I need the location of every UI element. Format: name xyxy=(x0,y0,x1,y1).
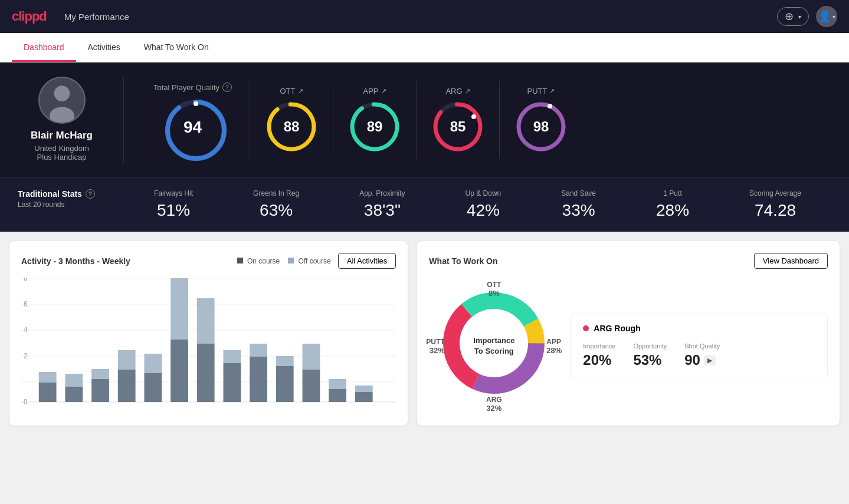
nav-actions: ⊕ ▾ 👤 ▾ xyxy=(777,6,837,27)
player-info: Blair McHarg United Kingdom Plus Handica… xyxy=(18,77,124,163)
svg-text:0: 0 xyxy=(24,398,28,406)
ott-gauge: 88 xyxy=(265,100,318,153)
chart-legend: On course Off course xyxy=(237,257,331,265)
shot-quality-label: Shot Quality xyxy=(684,342,720,350)
svg-rect-52 xyxy=(355,386,373,392)
shot-quality-badge: ▶ xyxy=(704,355,716,365)
stat-up-and-down-label: Up & Down xyxy=(466,189,501,197)
total-quality-metric: Total Player Quality ? 94 xyxy=(136,77,250,163)
svg-rect-41 xyxy=(223,363,241,402)
svg-rect-35 xyxy=(144,373,162,402)
arg-legend-label: ARG xyxy=(486,396,502,404)
plus-icon: ⊕ xyxy=(785,10,794,23)
workon-metrics-row: Importance 20% Opportunity 53% Shot Qual… xyxy=(583,342,815,368)
svg-text:6: 6 xyxy=(24,300,28,308)
avatar-chevron: ▾ xyxy=(832,14,835,20)
app-metric: APP↗ 89 xyxy=(333,81,417,159)
stats-help-icon[interactable]: ? xyxy=(86,189,95,199)
stat-1-putt: 1 Putt 28% xyxy=(656,189,689,220)
importance-metric: Importance 20% xyxy=(583,342,615,368)
tabs-bar: Dashboard Activities What To Work On xyxy=(0,33,849,62)
stats-label: Traditional Stats ? xyxy=(18,189,112,199)
ott-legend-pct: 8% xyxy=(487,289,501,298)
stat-sand-save-value: 33% xyxy=(562,201,595,220)
svg-rect-50 xyxy=(329,379,346,389)
svg-rect-42 xyxy=(223,350,241,363)
player-country: United Kingdom xyxy=(34,144,89,153)
arg-gauge: 85 xyxy=(431,100,484,153)
nav-title: My Performance xyxy=(64,12,777,22)
svg-rect-34 xyxy=(118,350,136,370)
svg-text:21 Mar: 21 Mar xyxy=(35,407,55,408)
svg-point-15 xyxy=(548,104,552,108)
importance-label: Importance xyxy=(583,342,615,350)
svg-rect-37 xyxy=(171,340,188,402)
stat-1-putt-label: 1 Putt xyxy=(663,189,681,197)
stat-sand-save: Sand Save 33% xyxy=(561,189,596,220)
putt-legend-label: PUTT xyxy=(426,338,444,346)
svg-rect-43 xyxy=(250,357,267,402)
stat-greens-in-reg-value: 63% xyxy=(260,201,293,220)
putt-label: PUTT↗ xyxy=(527,87,555,95)
workon-detail-title: ARG Rough xyxy=(583,324,815,333)
svg-text:9 May: 9 May xyxy=(179,407,197,408)
stat-app-proximity-value: 38'3" xyxy=(364,201,401,220)
svg-text:4: 4 xyxy=(24,326,28,334)
legend-on-course: On course xyxy=(237,257,280,265)
tab-dashboard[interactable]: Dashboard xyxy=(12,33,76,62)
arg-metric: ARG↗ 85 xyxy=(417,81,500,159)
help-icon[interactable]: ? xyxy=(222,83,232,92)
activity-card-header: Activity - 3 Months - Weekly On course O… xyxy=(21,253,396,269)
ott-label: OTT↗ xyxy=(280,87,303,95)
app-value: 89 xyxy=(367,118,383,135)
bottom-section: Activity - 3 Months - Weekly On course O… xyxy=(0,232,849,435)
app-label: APP↗ xyxy=(363,87,386,95)
stat-scoring-average-label: Scoring Average xyxy=(749,189,801,197)
putt-gauge: 98 xyxy=(514,100,568,153)
app-gauge: 89 xyxy=(348,100,401,153)
arg-value: 85 xyxy=(450,118,466,135)
svg-text:8: 8 xyxy=(24,278,28,282)
svg-rect-51 xyxy=(355,392,373,402)
svg-point-12 xyxy=(471,114,476,119)
shot-quality-metric: Shot Quality 90 ▶ xyxy=(684,342,720,368)
metrics-area: Total Player Quality ? 94 OTT↗ xyxy=(124,77,831,163)
tab-what-to-work-on[interactable]: What To Work On xyxy=(132,33,221,62)
ott-legend-label: OTT xyxy=(487,281,501,289)
total-quality-gauge: 94 xyxy=(163,98,222,157)
player-avatar xyxy=(38,77,86,124)
workon-card-header: What To Work On View Dashboard xyxy=(429,253,828,269)
stats-items: Fairways Hit 51% Greens In Reg 63% App. … xyxy=(124,189,831,220)
workon-detail-card: ARG Rough Importance 20% Opportunity 53%… xyxy=(571,314,828,378)
stat-fairways-hit-value: 51% xyxy=(157,201,190,220)
shot-quality-value: 90 xyxy=(684,352,700,368)
all-activities-button[interactable]: All Activities xyxy=(338,253,396,269)
importance-value: 20% xyxy=(583,352,615,368)
user-avatar[interactable]: 👤 ▾ xyxy=(816,6,837,27)
svg-rect-31 xyxy=(91,379,109,402)
stat-up-and-down: Up & Down 42% xyxy=(466,189,501,220)
chevron-down-icon: ▾ xyxy=(798,14,801,20)
stats-bar: Traditional Stats ? Last 20 rounds Fairw… xyxy=(0,177,849,232)
view-dashboard-button[interactable]: View Dashboard xyxy=(754,253,828,269)
activity-card-title: Activity - 3 Months - Weekly xyxy=(21,256,130,266)
svg-rect-32 xyxy=(91,369,109,379)
stats-sublabel: Last 20 rounds xyxy=(18,200,112,209)
add-button[interactable]: ⊕ ▾ xyxy=(777,7,809,26)
stat-up-and-down-value: 42% xyxy=(467,201,500,220)
stat-fairways-hit-label: Fairways Hit xyxy=(154,189,193,197)
tab-activities[interactable]: Activities xyxy=(76,33,132,62)
putt-metric: PUTT↗ 98 xyxy=(500,81,582,159)
opportunity-metric: Opportunity 53% xyxy=(633,342,667,368)
opportunity-label: Opportunity xyxy=(633,342,667,350)
svg-rect-28 xyxy=(39,372,57,383)
svg-rect-44 xyxy=(250,344,267,357)
svg-rect-36 xyxy=(144,354,162,373)
total-quality-label: Total Player Quality ? xyxy=(153,83,232,92)
putt-value: 98 xyxy=(533,118,549,135)
stat-fairways-hit: Fairways Hit 51% xyxy=(154,189,193,220)
top-nav: clippd My Performance ⊕ ▾ 👤 ▾ xyxy=(0,0,849,33)
arg-label: ARG↗ xyxy=(445,87,470,95)
svg-rect-46 xyxy=(276,356,294,366)
workon-info: ARG Rough Importance 20% Opportunity 53%… xyxy=(571,314,828,378)
